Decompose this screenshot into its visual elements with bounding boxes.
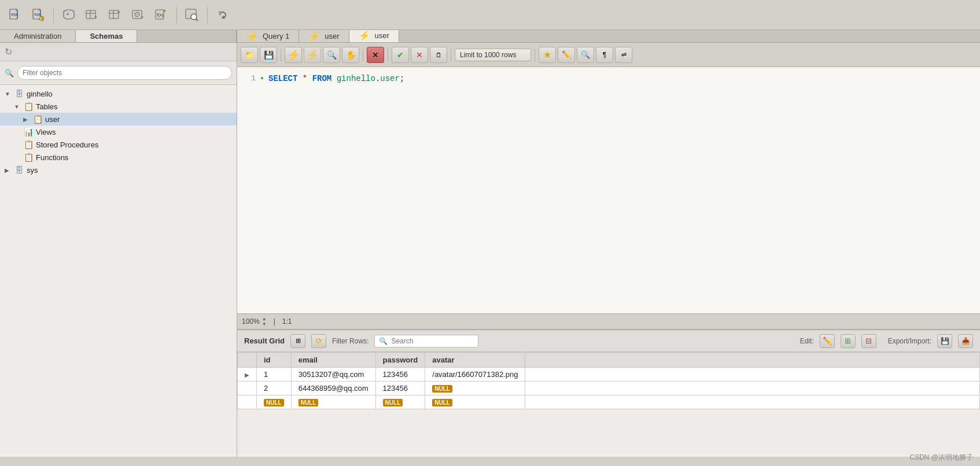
explain-btn[interactable]: 🔍 (323, 47, 340, 63)
edit-row-btn[interactable]: ✏️ (820, 334, 835, 348)
tree-user-table[interactable]: ▶ 📋 user (0, 113, 237, 125)
limit-wrapper: Limit to 1000 rows Don't Limit Limit to … (455, 49, 531, 61)
add-col-btn[interactable]: + (105, 5, 126, 25)
autocommit-btn[interactable]: 🗒 (430, 47, 447, 63)
open-folder-btn[interactable]: 📁 (241, 47, 258, 63)
cell-email-2: 644368959@qq.com (291, 382, 375, 395)
bookmark-btn[interactable]: ★ (539, 47, 556, 63)
filter-label: Filter Rows: (332, 337, 369, 345)
tree-sys[interactable]: ▶ 🗄 sys (0, 164, 237, 176)
tab-query1[interactable]: ⚡ Query 1 (237, 30, 299, 42)
commit-btn[interactable]: ✔ (392, 47, 409, 63)
svg-text:+: + (163, 8, 166, 14)
add-row-btn[interactable]: ⊞ (841, 334, 856, 348)
cursor-position: 1:1 (282, 317, 292, 326)
grid-view-btn[interactable]: ⊞ (290, 334, 305, 348)
beautify-btn[interactable]: ✏️ (558, 47, 575, 63)
cell-extra-1 (525, 368, 980, 382)
filter-rows-input[interactable] (374, 335, 478, 347)
stop-btn[interactable]: ✋ (342, 47, 359, 63)
tree-functions[interactable]: 📋 Functions (0, 151, 237, 164)
ed-sep1 (281, 49, 281, 61)
bolt-icon-u1: ⚡ (308, 31, 320, 42)
svg-point-18 (136, 13, 138, 16)
find-btn[interactable]: 🔍 (577, 47, 594, 63)
table-row[interactable]: 2 644368959@qq.com 123456 NULL (238, 382, 980, 395)
add-table-btn[interactable]: + (82, 5, 102, 25)
col-header-email[interactable]: email (291, 353, 375, 368)
row-arrow-1: ▶ (238, 368, 257, 382)
cell-avatar-2: NULL (425, 382, 525, 395)
refresh-icon[interactable]: ↻ (5, 46, 12, 57)
tree-tables[interactable]: ▼ 📋 Tables (0, 100, 237, 113)
ed-sep3 (388, 49, 388, 61)
execute-btn[interactable]: ⚡ (285, 47, 302, 63)
col-header-rownum (238, 353, 257, 368)
import-btn[interactable]: 📥 (958, 334, 973, 348)
toggle-btn[interactable]: ✕ (367, 47, 384, 63)
table-row[interactable]: NULL NULL NULL NULL (238, 395, 980, 409)
bolt-icon-u2: ⚡ (359, 30, 370, 41)
tab-user1[interactable]: ⚡ user (299, 30, 349, 42)
cell-avatar-1: /avatar/16607071382.png (425, 368, 525, 382)
schema-tree: ▼ 🗄 ginhello ▼ 📋 Tables ▶ 📋 user 📊 Views (0, 85, 237, 457)
bolt-icon-q1: ⚡ (246, 31, 258, 42)
refresh-result-btn[interactable]: ⟳ (311, 334, 326, 348)
result-table-container: id email password avatar ▶ 1 30513207@qq (237, 352, 980, 457)
tree-stored-procedures[interactable]: 📋 Stored Procedures (0, 138, 237, 151)
cell-password-3: NULL (375, 395, 425, 409)
reconnect-btn[interactable] (212, 5, 233, 25)
save-btn[interactable]: 💾 (260, 47, 277, 63)
null-badge-password-3: NULL (383, 399, 403, 406)
col-header-password[interactable]: password (375, 353, 425, 368)
cell-id-2: 2 (257, 382, 292, 395)
add-view-btn[interactable]: + (128, 5, 149, 25)
invisible-chars-btn[interactable]: ¶ (596, 47, 613, 63)
cell-avatar-3: NULL (425, 395, 525, 409)
col-header-avatar[interactable]: avatar (425, 353, 525, 368)
filter-objects-input[interactable] (17, 66, 232, 80)
open-sql-btn[interactable]: SQL i (28, 5, 49, 25)
limit-select[interactable]: Limit to 1000 rows Don't Limit Limit to … (455, 49, 531, 61)
cell-id-1: 1 (257, 368, 292, 382)
sidebar-search-bar: 🔍 (0, 61, 237, 85)
zoom-control[interactable]: 100% ▲ ▼ (242, 316, 267, 327)
col-header-id[interactable]: id (257, 353, 292, 368)
watermark: CSDN @浓明地狮子 (909, 453, 973, 463)
export-btn[interactable]: 💾 (937, 334, 952, 348)
delete-row-btn[interactable]: ⊟ (861, 334, 876, 348)
row-arrow-3 (238, 395, 257, 409)
tab-user2[interactable]: ⚡ user (349, 30, 399, 42)
sql-line-1: 1 ● SELECT * FROM ginhello . user ; (237, 72, 980, 86)
rollback-btn[interactable]: ✕ (411, 47, 428, 63)
null-badge-avatar-2: NULL (432, 385, 452, 393)
procs-icon: 📋 (23, 140, 34, 149)
edit-label: Edit: (800, 337, 814, 345)
execute-selection-btn[interactable]: ⚡ (304, 47, 321, 63)
result-grid-title: Result Grid (244, 336, 285, 345)
editor-toolbar: 📁 💾 ⚡ ⚡ 🔍 ✋ ✕ ✔ ✕ 🗒 Limit to 1000 rows D… (237, 43, 980, 67)
tab-administration[interactable]: Administration (0, 30, 76, 42)
create-schema-btn[interactable]: + (58, 5, 79, 25)
tree-views[interactable]: 📊 Views (0, 125, 237, 138)
export-label: Export/Import: (888, 337, 931, 345)
cell-id-3: NULL (257, 395, 292, 409)
cell-email-1: 30513207@qq.com (291, 368, 375, 382)
tree-ginhello[interactable]: ▼ 🗄 ginhello (0, 87, 237, 100)
tab-schemas[interactable]: Schemas (76, 30, 137, 42)
svg-text:+: + (141, 14, 143, 20)
filter-rows-wrap: 🔍 (374, 335, 478, 347)
create-routine-btn[interactable]: f(x) + (151, 5, 172, 25)
cell-email-3: NULL (291, 395, 375, 409)
cell-password-1: 123456 (375, 368, 425, 382)
sql-editor[interactable]: 1 ● SELECT * FROM ginhello . user ; (237, 67, 980, 313)
word-wrap-btn[interactable]: ⇌ (615, 47, 632, 63)
ed-sep2 (363, 49, 363, 61)
search-btn[interactable] (182, 5, 202, 25)
funcs-icon: 📋 (23, 153, 34, 162)
cell-extra-3 (525, 395, 980, 409)
table-row[interactable]: ▶ 1 30513207@qq.com 123456 /avatar/16607… (238, 368, 980, 382)
new-sql-file-btn[interactable]: SQL (5, 5, 25, 25)
arrow-user: ▶ (23, 116, 30, 123)
tables-icon: 📋 (23, 102, 34, 111)
